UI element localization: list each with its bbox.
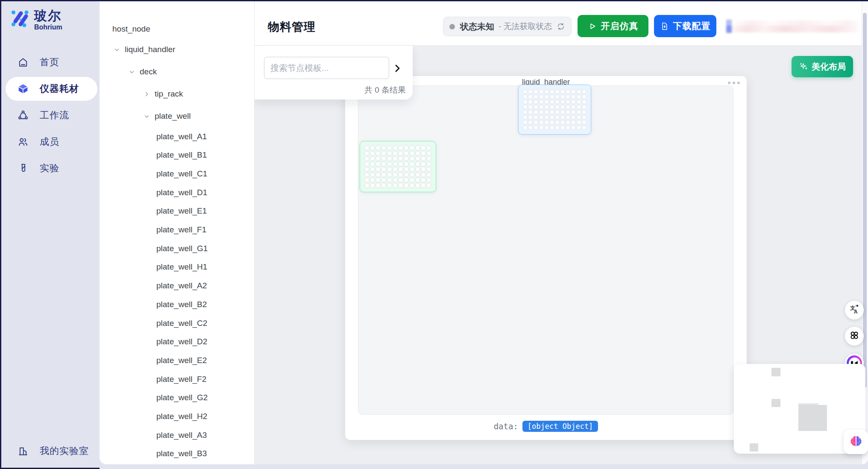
tree-node-plate_well_H1[interactable]: plate_well_H1: [100, 262, 254, 273]
well: [364, 167, 369, 172]
well: [523, 110, 528, 114]
well: [528, 110, 533, 114]
tree-node-label: plate_well_F2: [156, 375, 206, 384]
window-edge-top: [0, 0, 868, 1]
sidebar-item-workflow[interactable]: 工作流: [6, 103, 97, 127]
well: [544, 120, 549, 125]
well: [375, 161, 381, 167]
tree-node-plate_well_B2[interactable]: plate_well_B2: [100, 299, 254, 311]
tree-node-plate_well_C2[interactable]: plate_well_C2: [100, 318, 254, 329]
well: [398, 183, 403, 188]
well: [393, 151, 398, 156]
minimap-node: [750, 443, 758, 451]
well: [534, 125, 538, 130]
well: [555, 120, 560, 125]
search-input[interactable]: [264, 57, 389, 79]
well: [571, 115, 576, 120]
well: [421, 167, 426, 172]
well: [571, 120, 576, 125]
beautify-layout-button[interactable]: 美化布局: [792, 56, 853, 77]
chevron-down-icon[interactable]: [128, 68, 135, 76]
tree-node-plate_well[interactable]: plate_well: [100, 111, 254, 122]
download-config-button[interactable]: 下载配置: [654, 15, 716, 37]
node-menu-dots-icon[interactable]: [728, 82, 740, 84]
well: [539, 110, 544, 114]
sidebar-item-experiments[interactable]: 实验: [6, 156, 97, 180]
sidebar-item-instruments[interactable]: 仪器耗材: [6, 77, 97, 101]
liquid-handler-node[interactable]: liquid_handler data: [object Object]: [345, 76, 747, 440]
sidebar-item-label: 工作流: [40, 109, 69, 122]
tree-node-label: tip_rack: [155, 89, 183, 99]
tree-node-plate_well_G1[interactable]: plate_well_G1: [100, 243, 254, 255]
apps-button[interactable]: [845, 327, 864, 346]
well: [421, 172, 426, 177]
tree-node-plate_well_D1[interactable]: plate_well_D1: [100, 188, 254, 199]
ai-brain-button[interactable]: [844, 430, 868, 454]
tree-node-plate_well_H2[interactable]: plate_well_H2: [100, 411, 254, 422]
well: [375, 183, 381, 188]
tree-node-host_node[interactable]: host_node: [100, 24, 254, 35]
well-plate-node-green[interactable]: [360, 141, 436, 192]
well: [364, 183, 369, 188]
svg-text:A: A: [854, 309, 858, 315]
collapse-arrow-icon[interactable]: [392, 63, 402, 73]
tree-node-plate_well_A1[interactable]: plate_well_A1: [100, 132, 254, 143]
chevron-right-icon[interactable]: [143, 91, 150, 98]
tree-node-tip_rack[interactable]: tip_rack: [100, 89, 254, 100]
well: [375, 167, 381, 172]
chevron-down-icon[interactable]: [143, 113, 150, 120]
well: [539, 105, 544, 109]
well: [410, 172, 415, 177]
sidebar-item-my-lab[interactable]: 我的实验室: [6, 439, 97, 463]
start-simulation-button[interactable]: 开启仿真: [578, 15, 648, 37]
well: [544, 110, 549, 114]
tree-node-liquid_handler[interactable]: liquid_handler: [100, 44, 254, 56]
well: [577, 94, 581, 99]
well: [550, 110, 554, 114]
app-logo[interactable]: 玻尔 Bohrium: [10, 8, 62, 32]
well: [582, 115, 586, 120]
tree-node-plate_well_E1[interactable]: plate_well_E1: [100, 206, 254, 217]
scrollbar-thumb[interactable]: [863, 13, 867, 388]
sidebar-item-members[interactable]: 成员: [6, 130, 97, 154]
well: [555, 94, 560, 99]
well: [582, 89, 586, 94]
well: [550, 120, 554, 125]
well: [370, 167, 375, 172]
tree-node-plate_well_G2[interactable]: plate_well_G2: [100, 393, 254, 404]
well: [398, 172, 403, 177]
well: [375, 172, 381, 177]
well: [426, 151, 431, 156]
well: [528, 105, 533, 109]
tree-node-plate_well_F1[interactable]: plate_well_F1: [100, 225, 254, 236]
tree-node-label: plate_well: [155, 111, 191, 121]
sidebar-item-home[interactable]: 首页: [6, 50, 97, 74]
tree-node-plate_well_B1[interactable]: plate_well_B1: [100, 150, 254, 161]
well: [387, 145, 392, 150]
well: [566, 94, 570, 99]
well: [421, 151, 426, 156]
well: [571, 110, 576, 114]
well: [534, 115, 538, 120]
tree-node-plate_well_A2[interactable]: plate_well_A2: [100, 281, 254, 292]
translate-icon: 文A: [849, 304, 860, 317]
tree-node-plate_well_F2[interactable]: plate_well_F2: [100, 374, 254, 385]
refresh-icon[interactable]: [557, 22, 565, 31]
chevron-down-icon[interactable]: [113, 46, 120, 53]
well-plate-node-blue[interactable]: [518, 85, 591, 135]
tree-node-plate_well_B3[interactable]: plate_well_B3: [100, 448, 254, 460]
well: [555, 115, 560, 120]
tree-node-plate_well_E2[interactable]: plate_well_E2: [100, 355, 254, 366]
well: [544, 105, 549, 109]
tree-node-deck[interactable]: deck: [100, 67, 254, 78]
tree-node-plate_well_D2[interactable]: plate_well_D2: [100, 337, 254, 348]
well: [381, 145, 386, 150]
tree-node-plate_well_A3[interactable]: plate_well_A3: [100, 430, 254, 441]
well: [410, 161, 415, 167]
well: [571, 125, 576, 130]
tree-node-plate_well_C1[interactable]: plate_well_C1: [100, 169, 254, 180]
well: [375, 145, 381, 150]
tree-node-label: plate_well_B1: [156, 150, 207, 160]
well: [566, 120, 570, 125]
translate-button[interactable]: 文A: [845, 301, 864, 320]
